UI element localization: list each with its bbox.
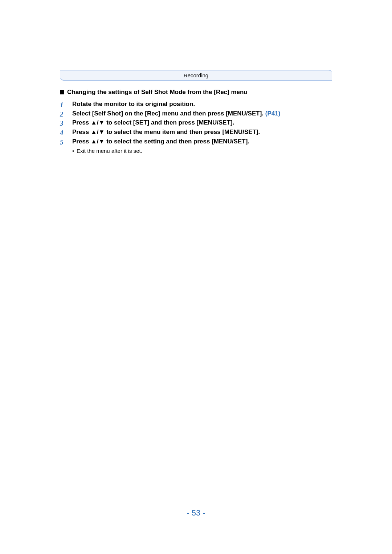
step-text: Rotate the monitor to its original posit… <box>72 100 332 109</box>
section-heading: Changing the settings of Self Shot Mode … <box>60 89 332 96</box>
step-row: 2 Select [Self Shot] on the [Rec] menu a… <box>60 110 332 119</box>
page-ref-link[interactable]: (P41) <box>265 110 281 117</box>
square-bullet-icon <box>60 90 64 94</box>
step-row: 5 Press ▲/▼ to select the setting and th… <box>60 138 332 147</box>
step-row: 3 Press ▲/▼ to select [SET] and then pre… <box>60 119 332 128</box>
bullet-dot-icon: • <box>72 147 77 155</box>
step-number: 1 <box>60 100 72 110</box>
section-header-band: Recording <box>60 70 332 81</box>
steps-list: 1 Rotate the monitor to its original pos… <box>60 100 332 155</box>
step-number: 5 <box>60 138 72 147</box>
step-text: Press ▲/▼ to select the menu item and th… <box>72 128 332 137</box>
page-number: - 53 - <box>0 508 392 518</box>
step-number: 3 <box>60 119 72 128</box>
step-number: 2 <box>60 110 72 119</box>
step-text: Press ▲/▼ to select [SET] and then press… <box>72 119 332 127</box>
step-row: 4 Press ▲/▼ to select the menu item and … <box>60 128 332 138</box>
step-row: 1 Rotate the monitor to its original pos… <box>60 100 332 110</box>
step-text: Select [Self Shot] on the [Rec] menu and… <box>72 110 332 118</box>
sub-bullet-text: Exit the menu after it is set. <box>77 147 142 155</box>
section-heading-text: Changing the settings of Self Shot Mode … <box>67 89 248 96</box>
sub-bullet-row: • Exit the menu after it is set. <box>60 147 332 155</box>
step-inner-text: Select [Self Shot] on the [Rec] menu and… <box>72 110 265 117</box>
step-number: 4 <box>60 128 72 138</box>
section-header-label: Recording <box>184 72 208 78</box>
step-text: Press ▲/▼ to select the setting and then… <box>72 138 332 146</box>
document-page: Recording Changing the settings of Self … <box>0 0 392 554</box>
